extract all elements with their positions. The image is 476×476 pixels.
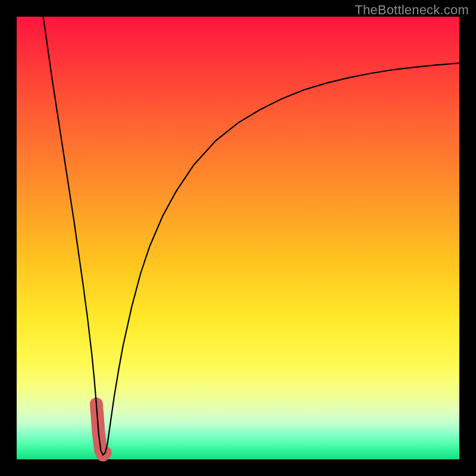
- chart-frame: TheBottleneck.com: [0, 0, 476, 476]
- chart-svg: [17, 17, 459, 459]
- plot-area: [17, 17, 459, 459]
- watermark-text: TheBottleneck.com: [355, 2, 469, 18]
- bottleneck-curve: [43, 17, 459, 455]
